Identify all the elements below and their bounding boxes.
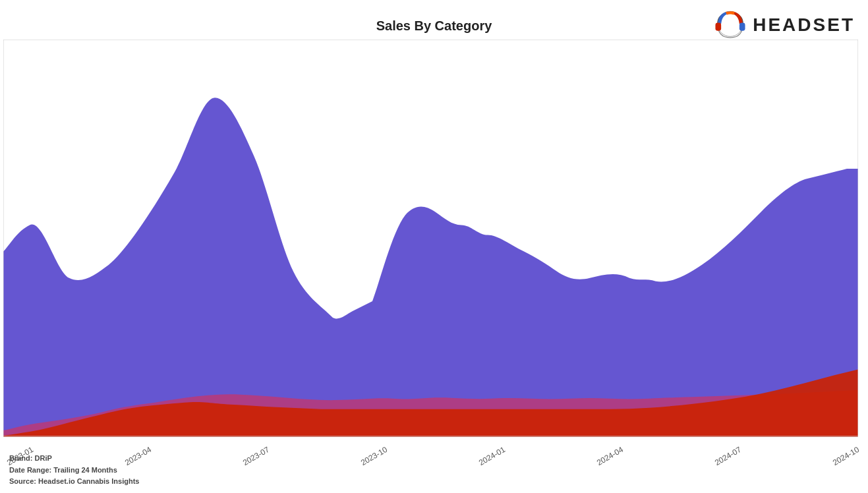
date-range-label: Date Range: [9,466,51,474]
chart-area [3,40,858,437]
x-label-2: 2023-07 [241,445,271,467]
x-label-5: 2024-04 [595,445,625,467]
footer-info: Brand: DRiP Date Range: Trailing 24 Mont… [9,453,139,488]
x-label-7: 2024-10 [831,445,861,467]
footer-brand: Brand: DRiP [9,453,139,465]
source-value: Headset.io Cannabis Insights [38,477,139,485]
page-container: HEADSET Sales By Category Concentrates F… [0,0,868,493]
footer-date-range: Date Range: Trailing 24 Months [9,465,139,477]
x-label-4: 2024-01 [477,445,507,467]
brand-label: Brand: [9,454,32,462]
chart-svg [3,40,858,437]
x-label-3: 2023-10 [359,445,389,467]
brand-value: DRiP [35,454,52,462]
source-label: Source: [9,477,36,485]
x-label-6: 2024-07 [713,445,743,467]
chart-title: Sales By Category [0,18,868,34]
footer-source: Source: Headset.io Cannabis Insights [9,476,139,488]
date-range-value: Trailing 24 Months [53,466,117,474]
